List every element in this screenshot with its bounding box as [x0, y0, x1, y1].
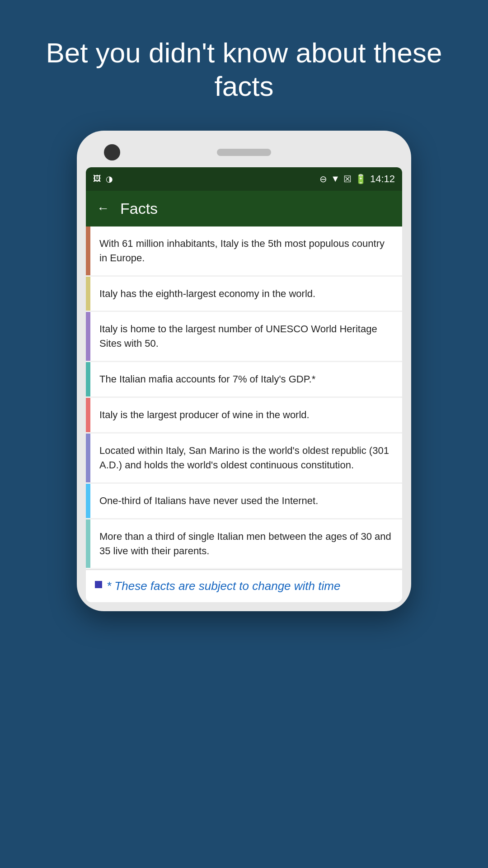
list-item: One-third of Italians have never used th…	[86, 484, 402, 518]
list-item: Italy has the eighth-largest economy in …	[86, 277, 402, 311]
fact-color-indicator	[86, 312, 90, 361]
fact-text: Italy has the eighth-largest economy in …	[90, 277, 402, 311]
status-left-icons: 🖼 ◑	[93, 174, 113, 184]
app-bar: ← Facts	[86, 191, 402, 226]
app-bar-title: Facts	[120, 200, 158, 217]
fact-text: Italy is the largest producer of wine in…	[90, 398, 402, 432]
fact-color-indicator	[86, 277, 90, 311]
fact-color-indicator	[86, 362, 90, 396]
fact-text: Italy is home to the largest number of U…	[90, 312, 402, 361]
fact-color-indicator	[86, 519, 90, 568]
fact-color-indicator	[86, 398, 90, 432]
phone-frame: 🖼 ◑ ⊖ ▼ ☒ 🔋 14:12 ← Facts With 61 millio…	[77, 131, 411, 612]
brightness-icon: ◑	[106, 174, 113, 184]
phone-speaker	[217, 149, 271, 156]
do-not-disturb-icon: ⊖	[319, 174, 327, 184]
fact-color-indicator	[86, 434, 90, 482]
phone-camera	[104, 144, 120, 160]
image-icon: 🖼	[93, 174, 101, 184]
battery-icon: 🔋	[355, 174, 366, 184]
list-item: Located within Italy, San Marino is the …	[86, 434, 402, 482]
fact-color-indicator	[86, 484, 90, 518]
back-button[interactable]: ←	[97, 201, 109, 216]
page-title: Bet you didn't know about these facts	[0, 0, 488, 131]
list-item: More than a third of single Italian men …	[86, 519, 402, 568]
fact-text: Located within Italy, San Marino is the …	[90, 434, 402, 482]
signal-off-icon: ☒	[343, 174, 352, 184]
list-item: With 61 million inhabitants, Italy is th…	[86, 226, 402, 275]
fact-text: With 61 million inhabitants, Italy is th…	[90, 226, 402, 275]
status-right-icons: ⊖ ▼ ☒ 🔋 14:12	[319, 173, 395, 185]
facts-list: With 61 million inhabitants, Italy is th…	[86, 226, 402, 568]
phone-notch	[86, 140, 402, 167]
fact-color-indicator	[86, 226, 90, 275]
fact-text: More than a third of single Italian men …	[90, 519, 402, 568]
list-item: The Italian mafia accounts for 7% of Ita…	[86, 362, 402, 396]
footer-note: * These facts are subject to change with…	[86, 569, 402, 602]
phone-screen: 🖼 ◑ ⊖ ▼ ☒ 🔋 14:12 ← Facts With 61 millio…	[86, 167, 402, 603]
status-bar: 🖼 ◑ ⊖ ▼ ☒ 🔋 14:12	[86, 167, 402, 191]
wifi-icon: ▼	[331, 174, 340, 184]
footer-square-icon	[95, 581, 102, 588]
status-time: 14:12	[370, 173, 395, 185]
fact-text: One-third of Italians have never used th…	[90, 484, 402, 518]
list-item: Italy is the largest producer of wine in…	[86, 398, 402, 432]
footer-text: * These facts are subject to change with…	[107, 579, 340, 593]
list-item: Italy is home to the largest number of U…	[86, 312, 402, 361]
fact-text: The Italian mafia accounts for 7% of Ita…	[90, 362, 402, 396]
